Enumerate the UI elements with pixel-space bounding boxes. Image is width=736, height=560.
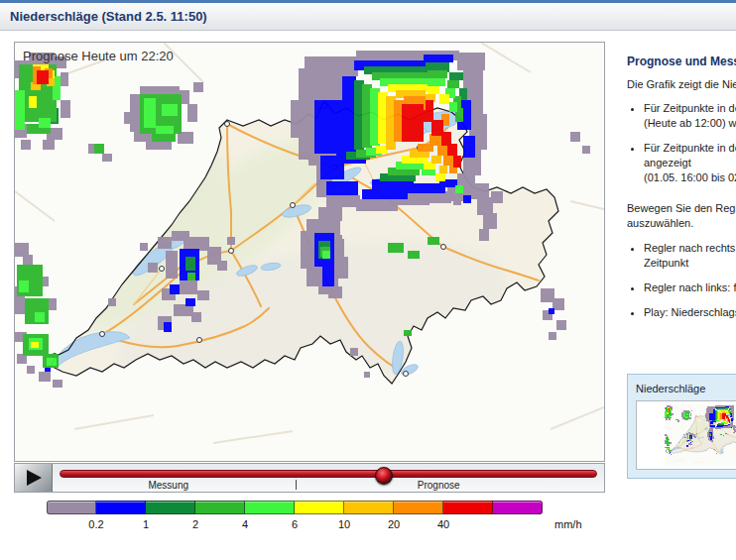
legend-swatch — [493, 501, 543, 514]
legend-swatch — [295, 501, 344, 514]
legend-swatches — [47, 501, 605, 514]
radar-map-panel: Prognose Heute um 22:20 — [14, 42, 605, 462]
switzerland-map — [15, 43, 604, 461]
forecast-label: Prognose — [418, 480, 460, 491]
sidebar-heading: Prognose und Messung — [627, 55, 736, 68]
slider-midpoint-tick — [296, 480, 297, 490]
legend-swatch — [146, 501, 195, 514]
legend-unit: mm/h — [554, 518, 582, 530]
mini-map-thumbnail[interactable] — [636, 400, 736, 470]
time-slider[interactable]: Messung Prognose — [53, 464, 604, 492]
page: Niederschläge (Stand 2.5. 11:50) Prognos… — [0, 0, 736, 560]
bullet-line: Zeitpunkt — [644, 256, 736, 271]
mini-map — [665, 404, 736, 466]
bullet-item: Regler nach links: früherer Zeitpunkt — [644, 280, 736, 295]
bullet-line: angezeigt — [644, 156, 736, 170]
legend-label: 20 — [388, 518, 400, 530]
sidebar-intro: Die Grafik zeigt die Niederschläge: — [627, 77, 736, 92]
paragraph-line: Bewegen Sie den Regler, um einen Zeitpun… — [627, 201, 736, 216]
sidebar-panel: Prognose und Messung Die Grafik zeigt di… — [627, 55, 736, 330]
mini-map-box: Niederschläge — [627, 374, 736, 479]
bullet-item: Play: Niederschlagsfilm abspielen — [644, 305, 736, 320]
legend-swatch — [47, 501, 96, 514]
bullet-line: Für Zeitpunkte in der Vergangenheit — [644, 101, 736, 116]
bullet-line: Regler nach rechts: späterer — [644, 241, 736, 256]
bullet-item: Für Zeitpunkte in der Vergangenheit (Heu… — [644, 101, 736, 131]
legend-labels: 0.21246102040mm/h — [14, 518, 605, 534]
precipitation-legend: 0.21246102040mm/h — [14, 501, 605, 534]
legend-label: 6 — [292, 518, 298, 530]
legend-label: 1 — [143, 518, 149, 530]
sidebar-paragraph: Bewegen Sie den Regler, um einen Zeitpun… — [627, 201, 736, 231]
bullet-line: (Heute ab 12:00) werden Messungen gezeig… — [644, 116, 736, 131]
legend-swatch — [96, 501, 146, 514]
legend-swatch — [394, 501, 443, 514]
paragraph-line: auszuwählen. — [627, 216, 736, 231]
legend-label: 10 — [338, 518, 350, 530]
legend-swatch — [245, 501, 295, 514]
legend-swatch — [344, 501, 394, 514]
legend-swatch — [443, 501, 493, 514]
play-icon — [27, 470, 42, 486]
page-title: Niederschläge (Stand 2.5. 11:50) — [10, 9, 207, 24]
header-bar: Niederschläge (Stand 2.5. 11:50) — [0, 0, 736, 31]
player-bar: Messung Prognose — [14, 463, 605, 493]
bullet-line: Regler nach links: früherer Zeitpunkt — [644, 280, 736, 295]
legend-swatch — [195, 501, 245, 514]
legend-label: 4 — [242, 518, 248, 530]
play-button[interactable] — [15, 464, 53, 492]
legend-label: 40 — [437, 518, 449, 530]
slider-knob[interactable] — [375, 467, 393, 485]
bullet-line: Play: Niederschlagsfilm abspielen — [644, 305, 736, 320]
bullet-line: Für Zeitpunkte in der Zukunft wird die P… — [644, 141, 736, 156]
legend-label: 2 — [192, 518, 198, 530]
legend-label: 0.2 — [88, 518, 103, 530]
measurement-label: Messung — [148, 480, 188, 491]
mini-map-title: Niederschläge — [636, 383, 736, 394]
sidebar-bullets-bottom: Regler nach rechts: späterer Zeitpunkt R… — [627, 241, 736, 320]
sidebar-bullets-top: Für Zeitpunkte in der Vergangenheit (Heu… — [627, 101, 736, 185]
slider-track[interactable] — [60, 470, 597, 478]
map-time-label: Prognose Heute um 22:20 — [23, 49, 174, 63]
bullet-line: (01.05. 16:00 bis 02.05. 24:00) — [644, 170, 736, 185]
bullet-item: Regler nach rechts: späterer Zeitpunkt — [644, 241, 736, 271]
bullet-item: Für Zeitpunkte in der Zukunft wird die P… — [644, 141, 736, 185]
